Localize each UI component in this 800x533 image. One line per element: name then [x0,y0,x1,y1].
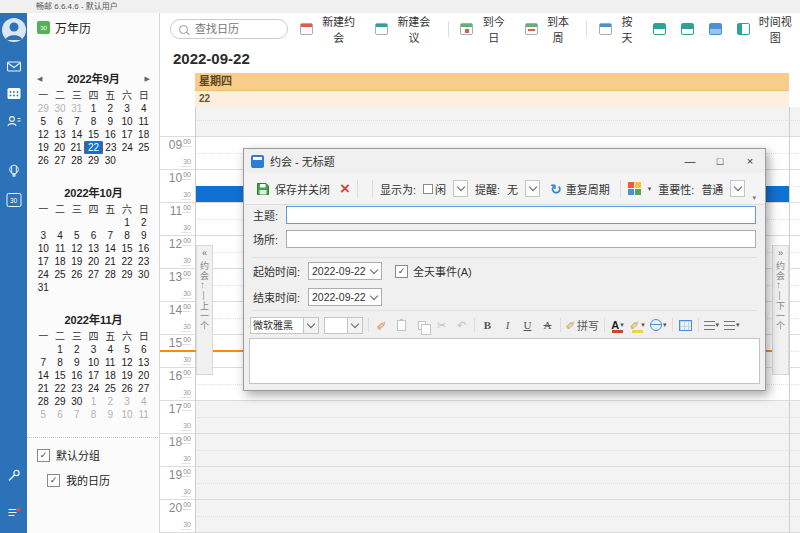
importance-dropdown[interactable] [730,180,745,197]
mini-calendar-day[interactable]: 20 [135,369,152,382]
mini-calendar-day[interactable]: 8 [52,356,69,369]
mini-calendar-day[interactable]: 22 [119,255,136,268]
mini-calendar-day[interactable]: 6 [52,115,69,128]
contacts-icon[interactable] [6,114,21,129]
mini-calendar-day[interactable]: 13 [85,242,102,255]
maximize-icon[interactable]: □ [705,150,735,172]
settings-wrench-icon[interactable] [6,468,21,483]
category-dropdown-icon[interactable]: ▾ [648,185,652,193]
cut-icon[interactable]: ✂ [434,317,449,334]
italic-button[interactable]: I [500,317,515,334]
alignment-button[interactable]: ▾ [704,317,720,334]
close-icon[interactable]: × [735,150,765,172]
mini-calendar-day[interactable]: 27 [52,154,69,167]
mini-calendar-day[interactable]: 22 [84,141,102,154]
mini-calendar-day[interactable]: 29 [35,102,52,115]
save-and-close-button[interactable]: 保存并关闭 [252,179,333,199]
mini-calendar-day[interactable]: 30 [135,268,152,281]
mini-calendar-day[interactable]: 19 [68,255,85,268]
mini-calendar-day[interactable]: 5 [35,115,52,128]
mini-calendar-day[interactable]: 4 [52,229,69,242]
mini-calendar-day[interactable]: 19 [35,141,51,154]
mini-calendar-day[interactable]: 2 [102,395,119,408]
spell-check-button[interactable]: ✎ 拼写 [566,317,599,334]
go-this-week-button[interactable]: 到本周 [522,11,577,47]
mini-calendar-day[interactable]: 27 [135,382,152,395]
mini-calendar-day[interactable]: 20 [51,141,67,154]
mini-calendar-day[interactable]: 4 [135,102,152,115]
mini-calendar-day[interactable]: 3 [119,102,136,115]
show-as-dropdown[interactable] [453,180,468,197]
mini-calendar-day[interactable]: 14 [68,128,85,141]
checkbox-checked-icon[interactable]: ✓ [37,449,50,462]
mini-calendar-day[interactable]: 26 [119,382,136,395]
subject-input[interactable] [286,206,756,224]
user-avatar[interactable] [2,18,26,42]
mini-calendar-day[interactable]: 9 [68,356,85,369]
calendar-icon-active[interactable] [6,86,21,101]
mini-calendar-day[interactable]: 14 [102,242,119,255]
mini-calendar-day[interactable]: 24 [85,382,102,395]
mini-calendar-day[interactable]: 10 [85,356,102,369]
mini-calendar-day[interactable]: 20 [85,255,102,268]
format-painter-icon[interactable]: ✎ [373,318,390,333]
view-workweek-button[interactable] [650,21,669,37]
mini-calendar-day[interactable]: 6 [52,408,69,421]
time-slot[interactable] [195,107,800,136]
mini-calendar-day[interactable]: 3 [85,343,102,356]
mini-calendar-day[interactable]: 2 [135,216,152,229]
mini-calendar-day[interactable]: 13 [52,128,69,141]
mini-calendar-day[interactable]: 1 [119,216,136,229]
mini-calendar-day[interactable]: 5 [35,408,52,421]
all-day-event-checkbox[interactable]: ✓ 全天事件(A) [395,263,472,279]
mini-calendar-day[interactable]: 1 [52,343,69,356]
mini-calendar-day[interactable]: 23 [103,141,119,154]
font-size-select[interactable] [324,317,363,334]
mini-calendar-day[interactable]: 12 [68,242,85,255]
new-meeting-button[interactable]: 新建会议 [372,11,438,47]
mini-calendar-day[interactable]: 22 [52,382,69,395]
mini-calendar-day[interactable]: 5 [68,229,85,242]
time-view-button[interactable]: 时间视图 [734,11,800,47]
mini-calendar-day[interactable]: 21 [68,141,84,154]
mini-calendar-day[interactable]: 13 [135,356,152,369]
day-banner[interactable]: 星期四 22 [195,73,789,108]
view-by-day-button[interactable]: 按天 [596,11,641,47]
mini-calendar-day[interactable]: 7 [68,115,85,128]
undo-icon[interactable]: ↶ [454,317,469,334]
start-date-select[interactable]: 2022-09-22 [308,262,382,280]
mini-calendar-day[interactable]: 7 [35,356,52,369]
search-input[interactable] [193,22,279,36]
mini-calendar-day[interactable]: 11 [102,356,119,369]
view-month-button[interactable] [706,21,725,37]
mini-calendar-day[interactable]: 19 [119,369,136,382]
lantern-icon[interactable] [6,163,21,178]
mini-calendar-day[interactable]: 26 [68,268,85,281]
mini-calendar-day[interactable]: 18 [102,369,119,382]
mini-calendar-day[interactable]: 29 [85,154,102,167]
mini-calendar-day[interactable]: 25 [52,268,69,281]
mini-calendar-day[interactable]: 25 [102,382,119,395]
end-date-select[interactable]: 2022-09-22 [308,288,382,306]
mini-calendar-day[interactable]: 2 [102,102,119,115]
mini-calendar-day[interactable]: 10 [119,408,136,421]
schedule-30-icon[interactable]: 30 [6,193,21,207]
copy-icon[interactable] [414,317,429,334]
mini-calendar-day[interactable]: 16 [135,242,152,255]
mini-calendar-day[interactable]: 11 [135,408,152,421]
mini-calendar-day[interactable]: 21 [102,255,119,268]
category-color-icon[interactable] [628,182,641,195]
mini-calendar-day[interactable]: 11 [135,115,152,128]
mini-calendar-day[interactable]: 23 [68,382,85,395]
mini-calendar-day[interactable]: 24 [119,141,135,154]
mini-calendar-day[interactable]: 30 [52,102,69,115]
recurrence-button[interactable]: ↻ 重复周期 [547,179,613,199]
mini-calendar-day[interactable]: 28 [102,268,119,281]
mini-calendar-day[interactable]: 9 [102,115,119,128]
mini-calendar-day[interactable]: 26 [35,154,52,167]
mini-calendar-day[interactable]: 18 [52,255,69,268]
mini-calendar-day[interactable]: 12 [119,356,136,369]
calendar-group-item[interactable]: ✓默认分组 [37,447,158,463]
mini-calendar-day[interactable]: 10 [35,242,52,255]
mini-calendar-day[interactable]: 12 [35,128,52,141]
